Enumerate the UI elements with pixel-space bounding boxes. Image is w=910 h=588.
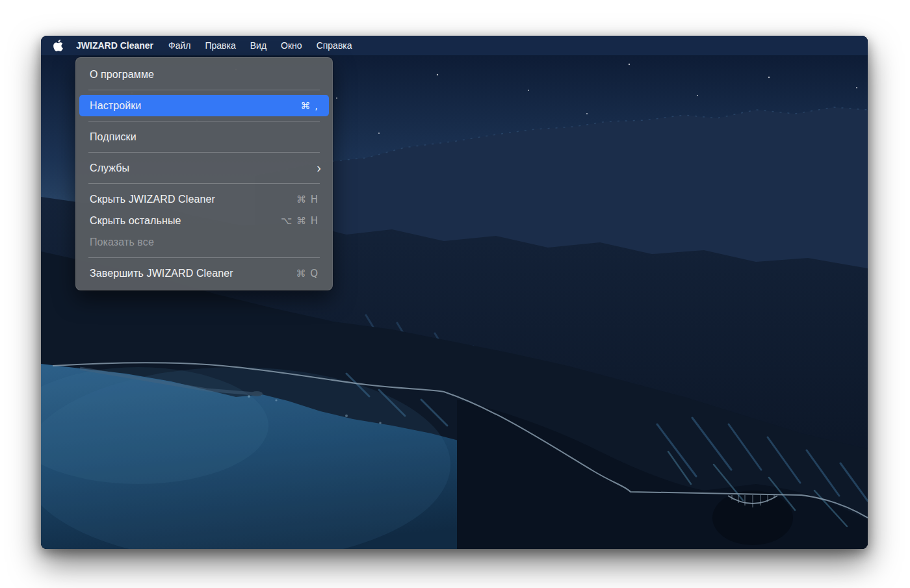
menu-item-shortcut: ⌘ , <box>300 100 318 112</box>
menubar-item-app[interactable]: JWIZARD Cleaner <box>70 36 161 55</box>
menubar-items: JWIZARD CleanerФайлПравкаВидОкноСправка <box>70 36 359 55</box>
menu-item-label: Скрыть JWIZARD Cleaner <box>90 194 296 205</box>
menubar-item-help[interactable]: Справка <box>309 36 359 55</box>
menu-item-subscriptions[interactable]: Подписки <box>75 126 333 147</box>
menu-item-label: Показать все <box>90 236 318 248</box>
apple-icon <box>53 40 63 51</box>
menu-separator <box>88 90 320 90</box>
menu-item-about[interactable]: О программе <box>75 64 333 85</box>
menu-separator <box>88 183 320 184</box>
menu-separator <box>88 152 320 153</box>
menu-item-show-all: Показать все <box>75 231 333 253</box>
menu-item-settings[interactable]: Настройки⌘ , <box>79 95 329 116</box>
menubar-item-view[interactable]: Вид <box>243 36 274 55</box>
menu-item-hide-others[interactable]: Скрыть остальные⌥ ⌘ H <box>75 210 333 231</box>
menu-item-hide-app[interactable]: Скрыть JWIZARD Cleaner⌘ H <box>75 188 333 210</box>
menu-item-shortcut: ⌘ H <box>296 194 318 205</box>
menu-item-label: Службы <box>90 162 317 174</box>
app-menu: О программеНастройки⌘ ,ПодпискиСлужбы›Ск… <box>75 57 333 290</box>
menu-item-label: Настройки <box>90 100 300 112</box>
mac-screen: JWIZARD CleanerФайлПравкаВидОкноСправка … <box>41 36 868 549</box>
menu-item-quit[interactable]: Завершить JWIZARD Cleaner⌘ Q <box>75 262 333 284</box>
menu-item-shortcut: ⌘ Q <box>296 268 318 279</box>
apple-menu-button[interactable] <box>46 36 70 55</box>
menu-item-label: Скрыть остальные <box>90 215 281 227</box>
screenshot-canvas: { "colors": { "accent": "#3478f6", "menu… <box>0 0 910 588</box>
menu-item-label: Завершить JWIZARD Cleaner <box>90 268 296 279</box>
menubar-item-edit[interactable]: Правка <box>198 36 242 55</box>
menu-item-label: Подписки <box>90 131 318 143</box>
menu-bar: JWIZARD CleanerФайлПравкаВидОкноСправка <box>41 36 868 55</box>
menu-item-services[interactable]: Службы› <box>75 157 333 179</box>
menu-separator <box>88 121 320 121</box>
menu-separator <box>88 257 320 258</box>
submenu-chevron-icon: › <box>317 161 321 174</box>
menubar-item-window[interactable]: Окно <box>274 36 309 55</box>
menu-item-label: О программе <box>90 69 318 81</box>
menu-item-shortcut: ⌥ ⌘ H <box>281 215 318 227</box>
menubar-item-file[interactable]: Файл <box>161 36 198 55</box>
